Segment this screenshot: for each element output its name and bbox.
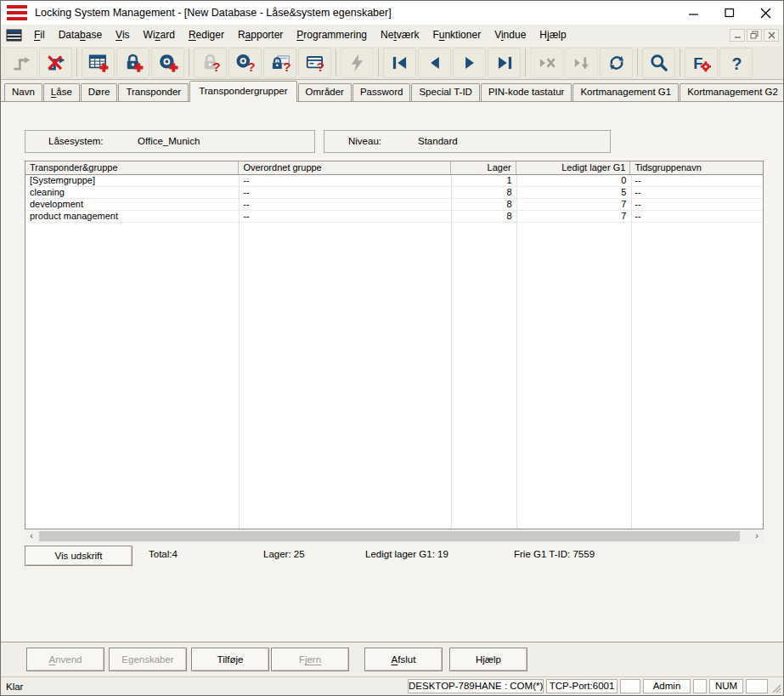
nav-commit-button bbox=[565, 48, 598, 78]
minimize-icon bbox=[689, 8, 699, 18]
tab-l-se[interactable]: Låse bbox=[43, 83, 80, 101]
nav-first-button[interactable] bbox=[383, 48, 416, 78]
menu-items: FilDatabaseVisWizardRedigerRapporterProg… bbox=[27, 29, 573, 41]
horizontal-scrollbar[interactable]: ‹ › bbox=[25, 529, 764, 543]
read-lock-card-icon: ? bbox=[269, 52, 291, 74]
svg-text:?: ? bbox=[283, 59, 290, 74]
tilfje-button[interactable]: Tilføje bbox=[191, 648, 269, 671]
hjlp-button[interactable]: Hjælp bbox=[449, 648, 527, 671]
scroll-left-icon[interactable]: ‹ bbox=[25, 529, 38, 543]
column-grid-line bbox=[516, 175, 517, 529]
read-window-icon: ? bbox=[304, 52, 326, 74]
transponder-group-table: Transponder&gruppeOverordnet gruppeLager… bbox=[25, 161, 764, 529]
tab-kortmanagement-g2[interactable]: Kortmanagement G2 bbox=[680, 83, 784, 101]
read-transponder-button[interactable]: ? bbox=[228, 48, 262, 78]
nav-prev-button[interactable] bbox=[418, 48, 451, 78]
locking-system-label: Låsesystem: bbox=[48, 136, 104, 146]
mdi-restore-button[interactable] bbox=[747, 29, 762, 42]
egenskaber-button: Egenskaber bbox=[109, 648, 187, 671]
table-cell: -- bbox=[239, 199, 450, 210]
table-cell: 7 bbox=[516, 211, 631, 222]
maximize-icon bbox=[725, 8, 735, 18]
menu-vindue[interactable]: Vindue bbox=[488, 26, 533, 43]
nav-next-button[interactable] bbox=[453, 48, 486, 78]
column-header[interactable]: Lager bbox=[451, 161, 516, 174]
tab-special-t-id[interactable]: Special T-ID bbox=[411, 83, 479, 101]
new-locking-system-button[interactable] bbox=[82, 48, 115, 78]
read-window-button[interactable]: ? bbox=[298, 48, 331, 78]
column-grid-line bbox=[631, 175, 632, 529]
nav-last-button[interactable] bbox=[488, 48, 521, 78]
afslut-button[interactable]: Afslut bbox=[364, 648, 443, 671]
toolbar-separator bbox=[637, 48, 638, 76]
column-grid-line bbox=[451, 175, 452, 529]
menu-database[interactable]: Database bbox=[52, 26, 109, 43]
read-lock-button[interactable]: ? bbox=[194, 48, 227, 78]
resize-grip-icon[interactable] bbox=[770, 682, 781, 693]
status-cell bbox=[693, 679, 707, 693]
mdi-minimize-button[interactable] bbox=[730, 29, 745, 42]
tab-pin-kode-tastatur[interactable]: PIN-kode tastatur bbox=[481, 83, 572, 101]
table-cell: -- bbox=[239, 187, 450, 198]
tab-kortmanagement-g1[interactable]: Kortmanagement G1 bbox=[572, 83, 679, 101]
menu-wizard[interactable]: Wizard bbox=[137, 26, 182, 43]
refresh-button[interactable] bbox=[600, 48, 633, 78]
minimize-button[interactable] bbox=[676, 1, 712, 25]
table-cell: 0 bbox=[516, 175, 631, 186]
table-row[interactable]: product management--87-- bbox=[25, 211, 763, 223]
status-cell: TCP-Port:6001 bbox=[546, 679, 618, 693]
menu-funktioner[interactable]: Funktioner bbox=[426, 26, 488, 43]
menu-rediger[interactable]: Rediger bbox=[182, 26, 231, 43]
disconnect-button[interactable] bbox=[39, 48, 72, 78]
new-transponder-button[interactable] bbox=[151, 48, 184, 78]
mdi-close-icon bbox=[768, 31, 776, 39]
menu-vis[interactable]: Vis bbox=[109, 26, 136, 43]
tab-omr-der[interactable]: Områder bbox=[298, 83, 352, 101]
table-cell: [Systemgruppe] bbox=[25, 175, 239, 186]
maximize-button[interactable] bbox=[712, 1, 747, 25]
filter-settings-button[interactable]: F bbox=[685, 48, 718, 78]
tab-transpondergrupper[interactable]: Transpondergrupper bbox=[189, 81, 296, 102]
help-button[interactable]: ? bbox=[719, 48, 753, 78]
read-transponder-icon: ? bbox=[234, 52, 257, 74]
tab-navn[interactable]: Navn bbox=[4, 83, 42, 101]
table-cell: 5 bbox=[516, 187, 631, 198]
nav-prev-icon bbox=[424, 52, 446, 74]
table-cell: -- bbox=[630, 187, 763, 198]
scrollbar-thumb[interactable] bbox=[39, 531, 740, 541]
menu-netvrk[interactable]: Netværk bbox=[374, 26, 426, 43]
column-header[interactable]: Tidsgruppenavn bbox=[630, 161, 763, 174]
menu-rapporter[interactable]: Rapporter bbox=[231, 26, 290, 43]
toolbar-separator bbox=[336, 48, 336, 76]
column-header[interactable]: Transponder&gruppe bbox=[25, 161, 239, 174]
mdi-minimize-icon bbox=[734, 31, 742, 39]
table-row[interactable]: [Systemgruppe]--10-- bbox=[25, 175, 763, 187]
search-button[interactable] bbox=[642, 48, 675, 78]
table-row[interactable]: cleaning--85-- bbox=[25, 187, 763, 199]
tab-password[interactable]: Password bbox=[353, 83, 411, 101]
mdi-document-icon bbox=[6, 29, 22, 42]
menu-fil[interactable]: Fil bbox=[27, 26, 52, 43]
table-row[interactable]: development--87-- bbox=[25, 199, 763, 211]
stat-frie-g1-tid: Frie G1 T-ID: 7559 bbox=[514, 549, 595, 559]
nav-last-icon bbox=[494, 52, 516, 74]
menu-programmering[interactable]: Programmering bbox=[290, 26, 374, 43]
tab-transponder[interactable]: Transponder bbox=[118, 83, 189, 101]
new-lock-button[interactable] bbox=[116, 48, 149, 78]
close-button[interactable] bbox=[747, 1, 783, 25]
menu-hjlp[interactable]: Hjælp bbox=[533, 26, 572, 43]
status-cell bbox=[620, 679, 640, 693]
scroll-right-icon[interactable]: › bbox=[750, 529, 764, 543]
mdi-close-button[interactable] bbox=[764, 29, 779, 42]
print-preview-button[interactable]: Vis udskrift bbox=[25, 546, 133, 566]
toolbar-separator bbox=[525, 48, 526, 76]
tab-d-re[interactable]: Døre bbox=[81, 83, 118, 101]
search-icon bbox=[648, 52, 670, 74]
table-cell: 8 bbox=[451, 199, 516, 210]
read-lock-card-button[interactable]: ? bbox=[263, 48, 296, 78]
column-header[interactable]: Ledigt lager G1 bbox=[516, 161, 631, 174]
program-button bbox=[341, 48, 374, 78]
fjern-button: Fjern bbox=[271, 648, 349, 671]
column-header[interactable]: Overordnet gruppe bbox=[239, 161, 450, 174]
menu-bar: FilDatabaseVisWizardRedigerRapporterProg… bbox=[1, 25, 783, 45]
